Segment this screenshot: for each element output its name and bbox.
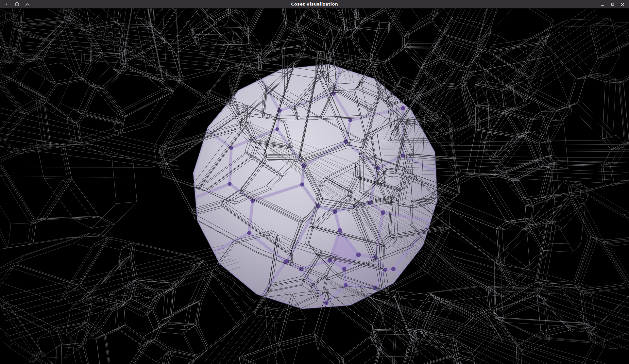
viewport-3d[interactable]	[0, 8, 629, 364]
titlebar-right-controls	[597, 0, 628, 8]
window-title: Coset Visualization	[0, 2, 629, 7]
minimize-button[interactable]	[597, 0, 607, 8]
titlebar: Coset Visualization	[0, 0, 629, 8]
close-button[interactable]	[618, 0, 628, 8]
maximize-button[interactable]	[607, 0, 618, 8]
